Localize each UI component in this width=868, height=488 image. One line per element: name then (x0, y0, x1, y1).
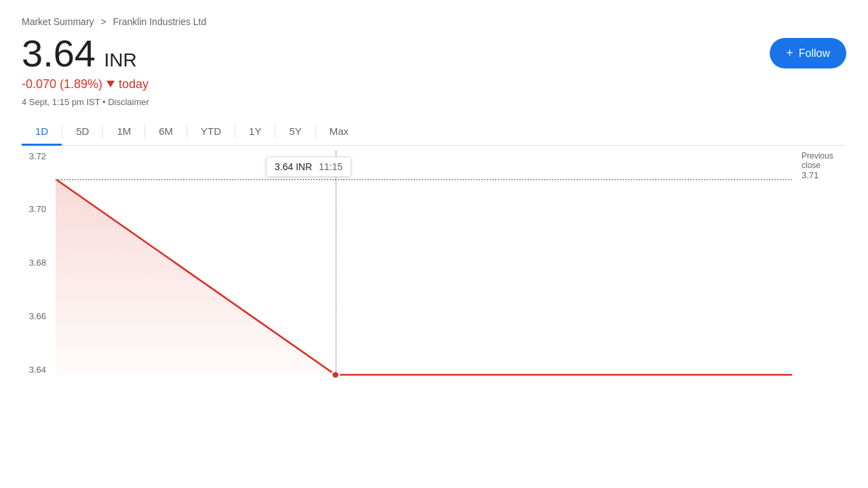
price-tooltip: 3.64 INR 11:15 (266, 157, 351, 177)
price-main-row: 3.64 INR (22, 33, 149, 75)
tab-max[interactable]: Max (316, 119, 362, 146)
cursor-line (336, 151, 336, 375)
timestamp-separator: • (102, 97, 108, 107)
previous-close-label: Previous close 3.71 (797, 151, 846, 180)
tooltip-time: 11:15 (319, 161, 342, 172)
y-axis: 3.723.703.683.663.64 (22, 151, 52, 375)
breadcrumb: Market Summary > Franklin Industries Ltd (22, 16, 846, 27)
price-change-row: -0.070 (1.89%) today (22, 77, 149, 92)
previous-close-text: Previous (802, 151, 833, 161)
header-row: 3.64 INR -0.070 (1.89%) today 4 Sept, 1:… (22, 33, 846, 107)
previous-close-value: 3.71 (802, 170, 818, 180)
reference-line (56, 179, 792, 180)
tooltip-price: 3.64 INR (275, 161, 312, 172)
tab-ytd[interactable]: YTD (187, 119, 235, 146)
previous-close-text2: close (802, 161, 821, 170)
y-axis-label: 3.64 (22, 365, 52, 375)
tab-6m[interactable]: 6M (145, 119, 186, 146)
time-range-tabs: 1D5D1M6MYTD1Y5YMax (22, 118, 846, 146)
breadcrumb-parent[interactable]: Market Summary (22, 16, 94, 27)
tab-5y[interactable]: 5Y (275, 119, 315, 146)
breadcrumb-current: Franklin Industries Ltd (113, 16, 207, 27)
chart-container: 3.723.703.683.663.64 Previous close 3.71… (22, 151, 846, 395)
breadcrumb-separator: > (100, 16, 106, 27)
page-container: Market Summary > Franklin Industries Ltd… (0, 0, 868, 411)
stock-price: 3.64 (22, 32, 96, 75)
follow-button[interactable]: + Follow (770, 38, 846, 68)
disclaimer-link[interactable]: Disclaimer (108, 97, 149, 107)
follow-label: Follow (799, 47, 830, 60)
price-block: 3.64 INR -0.070 (1.89%) today 4 Sept, 1:… (22, 33, 149, 107)
y-axis-label: 3.68 (22, 258, 52, 268)
stock-chart-svg (56, 151, 792, 375)
tab-1m[interactable]: 1M (103, 119, 144, 146)
timestamp-value: 4 Sept, 1:15 pm IST (22, 97, 100, 107)
y-axis-label: 3.72 (22, 151, 52, 161)
down-arrow-icon (106, 81, 115, 87)
tab-5d[interactable]: 5D (62, 119, 102, 146)
chart-svg-area[interactable]: 3.64 INR 11:15 (56, 151, 792, 375)
price-today-label: today (119, 77, 149, 92)
plus-icon: + (786, 46, 793, 60)
price-timestamp: 4 Sept, 1:15 pm IST • Disclaimer (22, 97, 149, 107)
y-axis-label: 3.66 (22, 311, 52, 321)
tab-1d[interactable]: 1D (22, 119, 62, 146)
tab-1y[interactable]: 1Y (235, 119, 275, 146)
y-axis-label: 3.70 (22, 204, 52, 214)
price-change-value: -0.070 (1.89%) (22, 77, 102, 92)
stock-currency: INR (104, 49, 136, 70)
